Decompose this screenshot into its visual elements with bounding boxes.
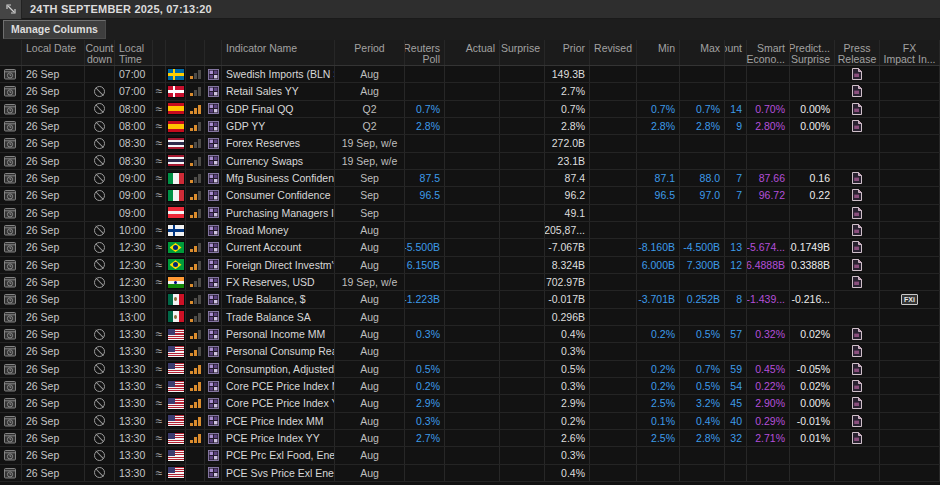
- col-header-reuters-poll[interactable]: Reuters Poll: [405, 40, 445, 65]
- col-header-max[interactable]: Max: [680, 40, 725, 65]
- col-header-indicator-name[interactable]: Indicator Name: [222, 40, 335, 65]
- table-row[interactable]: 26 Sep 08:30 ≈ Forex Reserves 19 Sep, w/…: [0, 135, 940, 152]
- alert-cell[interactable]: [0, 447, 22, 463]
- indicator-type-cell[interactable]: [205, 257, 222, 273]
- press-release-icon[interactable]: [852, 172, 862, 184]
- indicator-name-cell[interactable]: FX Reserves, USD: [222, 274, 335, 290]
- indicator-name-cell[interactable]: Purchasing Managers Idx: [222, 205, 335, 221]
- indicator-name-cell[interactable]: Core PCE Price Index MM: [222, 378, 335, 394]
- alert-cell[interactable]: [0, 395, 22, 411]
- indicator-type-cell[interactable]: [205, 205, 222, 221]
- table-row[interactable]: 26 Sep 13:30 ≈ PCE Svs Price Exl Energy.…: [0, 465, 940, 482]
- indicator-type-cell[interactable]: [205, 343, 222, 359]
- press-release-cell[interactable]: [835, 239, 880, 255]
- alert-cell[interactable]: [0, 257, 22, 273]
- press-release-cell[interactable]: [835, 274, 880, 290]
- indicator-name-cell[interactable]: Forex Reserves: [222, 135, 335, 151]
- indicator-type-cell[interactable]: [205, 101, 222, 117]
- press-release-icon[interactable]: [852, 345, 862, 357]
- press-release-cell[interactable]: [835, 291, 880, 307]
- press-release-icon[interactable]: [852, 415, 862, 427]
- alert-cell[interactable]: [0, 309, 22, 325]
- indicator-type-cell[interactable]: [205, 153, 222, 169]
- alert-cell[interactable]: [0, 222, 22, 238]
- indicator-type-cell[interactable]: [205, 378, 222, 394]
- table-row[interactable]: 26 Sep 07:00 ≈ Retail Sales YY Aug: [0, 83, 940, 100]
- col-header-fx-impact[interactable]: FX Impact In...: [880, 40, 940, 65]
- indicator-name-cell[interactable]: Core PCE Price Index YY: [222, 395, 335, 411]
- indicator-name-cell[interactable]: Consumer Confidence: [222, 187, 335, 203]
- col-header-smart-economics[interactable]: Smart Econo...: [747, 40, 790, 65]
- press-release-cell[interactable]: [835, 309, 880, 325]
- indicator-name-cell[interactable]: Swedish Imports (BLN SE...: [222, 66, 335, 82]
- indicator-type-cell[interactable]: [205, 413, 222, 429]
- indicator-type-cell[interactable]: [205, 309, 222, 325]
- press-release-cell[interactable]: [835, 378, 880, 394]
- indicator-name-cell[interactable]: GDP YY: [222, 118, 335, 134]
- col-header-prior[interactable]: Prior: [545, 40, 590, 65]
- alert-cell[interactable]: [0, 118, 22, 134]
- table-row[interactable]: 26 Sep 12:30 ≈ Current Account Aug -5.50…: [0, 239, 940, 256]
- expand-button[interactable]: [0, 0, 22, 19]
- indicator-type-cell[interactable]: [205, 170, 222, 186]
- indicator-name-cell[interactable]: Foreign Direct Investm't: [222, 257, 335, 273]
- col-header-predicted-surprise[interactable]: Predict... Surprise: [790, 40, 835, 65]
- press-release-icon[interactable]: [852, 397, 862, 409]
- indicator-name-cell[interactable]: Trade Balance, $: [222, 291, 335, 307]
- table-row[interactable]: 26 Sep 09:00 ≈ Consumer Confidence Sep 9…: [0, 187, 940, 204]
- press-release-cell[interactable]: [835, 153, 880, 169]
- press-release-icon[interactable]: [852, 207, 862, 219]
- alert-cell[interactable]: [0, 343, 22, 359]
- table-row[interactable]: 26 Sep 13:30 ≈ Personal Consump Real ...…: [0, 343, 940, 360]
- press-release-icon[interactable]: [852, 224, 862, 236]
- table-row[interactable]: 26 Sep 13:30 ≈ Personal Income MM Aug 0.…: [0, 326, 940, 343]
- indicator-name-cell[interactable]: Currency Swaps: [222, 153, 335, 169]
- indicator-name-cell[interactable]: Consumption, Adjusted ...: [222, 361, 335, 377]
- alert-cell[interactable]: [0, 465, 22, 481]
- table-row[interactable]: 26 Sep 13:30 ≈ PCE Price Index YY Aug 2.…: [0, 430, 940, 447]
- indicator-type-cell[interactable]: [205, 274, 222, 290]
- indicator-name-cell[interactable]: GDP Final QQ: [222, 101, 335, 117]
- table-row[interactable]: 26 Sep 13:30 ≈ PCE Price Index MM Aug 0.…: [0, 413, 940, 430]
- press-release-cell[interactable]: [835, 343, 880, 359]
- press-release-cell[interactable]: [835, 447, 880, 463]
- press-release-icon[interactable]: [852, 189, 862, 201]
- press-release-cell[interactable]: [835, 326, 880, 342]
- col-header-actual[interactable]: Actual: [445, 40, 500, 65]
- press-release-icon[interactable]: [852, 85, 862, 97]
- press-release-cell[interactable]: [835, 413, 880, 429]
- press-release-icon[interactable]: [852, 380, 862, 392]
- table-row[interactable]: 26 Sep 13:30 ≈ PCE Prc Exl Food, Energ..…: [0, 447, 940, 464]
- press-release-cell[interactable]: [835, 118, 880, 134]
- indicator-type-cell[interactable]: [205, 239, 222, 255]
- indicator-name-cell[interactable]: Retail Sales YY: [222, 83, 335, 99]
- press-release-cell[interactable]: [835, 257, 880, 273]
- press-release-icon[interactable]: [852, 259, 862, 271]
- alert-cell[interactable]: [0, 153, 22, 169]
- col-header-revised[interactable]: Revised: [590, 40, 637, 65]
- indicator-type-cell[interactable]: [205, 135, 222, 151]
- indicator-type-cell[interactable]: [205, 326, 222, 342]
- alert-cell[interactable]: [0, 83, 22, 99]
- press-release-icon[interactable]: [852, 241, 862, 253]
- alert-cell[interactable]: [0, 430, 22, 446]
- col-header-count[interactable]: Count: [725, 40, 747, 65]
- col-header-count-down[interactable]: Count down: [85, 40, 115, 65]
- press-release-cell[interactable]: [835, 205, 880, 221]
- alert-cell[interactable]: [0, 326, 22, 342]
- alert-cell[interactable]: [0, 361, 22, 377]
- press-release-cell[interactable]: [835, 361, 880, 377]
- table-row[interactable]: 26 Sep 09:00 ≈ Purchasing Managers Idx S…: [0, 205, 940, 222]
- press-release-cell[interactable]: [835, 465, 880, 481]
- table-row[interactable]: 26 Sep 12:30 ≈ FX Reserves, USD 19 Sep, …: [0, 274, 940, 291]
- table-row[interactable]: 26 Sep 12:30 ≈ Foreign Direct Investm't …: [0, 257, 940, 274]
- alert-cell[interactable]: [0, 66, 22, 82]
- table-row[interactable]: 26 Sep 13:00 ≈ Trade Balance, $ Aug -1.2…: [0, 291, 940, 308]
- indicator-type-cell[interactable]: [205, 291, 222, 307]
- press-release-cell[interactable]: [835, 430, 880, 446]
- press-release-cell[interactable]: [835, 170, 880, 186]
- alert-cell[interactable]: [0, 378, 22, 394]
- press-release-cell[interactable]: [835, 101, 880, 117]
- alert-cell[interactable]: [0, 239, 22, 255]
- col-header-period[interactable]: Period: [335, 40, 405, 65]
